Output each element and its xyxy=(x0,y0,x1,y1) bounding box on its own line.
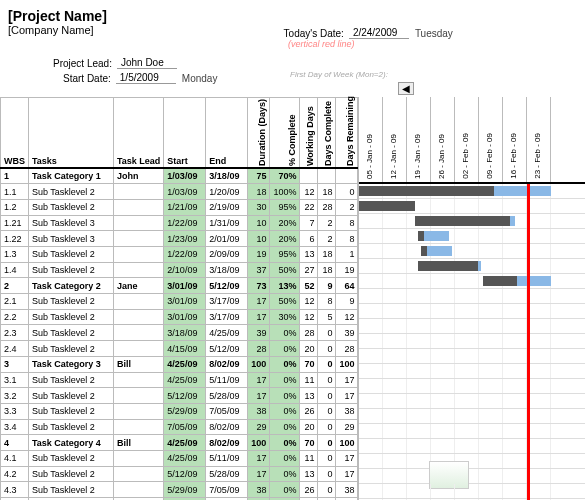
table-row[interactable]: 4.3Sub Tasklevel 25/29/097/05/09380%2603… xyxy=(1,482,358,498)
gantt-row xyxy=(359,319,585,334)
gantt-bar-complete xyxy=(415,216,510,226)
gantt-row xyxy=(359,424,585,439)
table-row[interactable]: 2.2Sub Tasklevel 23/01/093/17/091730%125… xyxy=(1,309,358,325)
table-row[interactable]: 3.3Sub Tasklevel 25/29/097/05/09380%2603… xyxy=(1,403,358,419)
header-row: WBS Tasks Task Lead Start End Duration (… xyxy=(1,98,358,168)
table-row[interactable]: 4.2Sub Tasklevel 25/12/095/28/09170%1301… xyxy=(1,466,358,482)
gantt-row xyxy=(359,454,585,469)
table-row[interactable]: 2.1Sub Tasklevel 23/01/093/17/091750%128… xyxy=(1,294,358,310)
gantt-row xyxy=(359,379,585,394)
table-row[interactable]: 1.1Sub Tasklevel 21/03/091/20/0918100%12… xyxy=(1,184,358,200)
col-wd: Working Days xyxy=(300,98,318,168)
col-pct: % Complete xyxy=(270,98,300,168)
gantt-row xyxy=(359,469,585,484)
task-table: WBS Tasks Task Lead Start End Duration (… xyxy=(0,97,358,500)
company-name: [Company Name] xyxy=(8,24,94,39)
gantt-row xyxy=(359,229,585,244)
gantt-row xyxy=(359,484,585,499)
col-tasks: Tasks xyxy=(29,98,114,168)
today-label: Today's Date: xyxy=(284,28,344,39)
gantt-date-header: 05 - Jan - 09 xyxy=(359,97,383,182)
gantt-bar-complete xyxy=(418,231,424,241)
gantt-row xyxy=(359,334,585,349)
first-day-note: First Day of Week (Mon=2): xyxy=(290,70,388,79)
gantt-date-header: 12 - Jan - 09 xyxy=(383,97,407,182)
gantt-header: 05 - Jan - 0912 - Jan - 0919 - Jan - 092… xyxy=(359,97,585,184)
col-dr: Days Remaining xyxy=(336,98,358,168)
table-row[interactable]: 2.4Sub Tasklevel 24/15/095/12/09280%2002… xyxy=(1,341,358,357)
gantt-date-header: 02 - Feb - 09 xyxy=(455,97,479,182)
gantt-row xyxy=(359,439,585,454)
col-start: Start xyxy=(164,98,206,168)
redline-note: (vertical red line) xyxy=(288,39,577,49)
table-area: WBS Tasks Task Lead Start End Duration (… xyxy=(0,97,585,500)
table-row[interactable]: 1Task Category 1John1/03/093/18/097570% xyxy=(1,168,358,184)
table-row[interactable]: 4.1Sub Tasklevel 24/25/095/11/09170%1101… xyxy=(1,450,358,466)
gantt-date-header: 26 - Jan - 09 xyxy=(431,97,455,182)
project-title: [Project Name] xyxy=(8,8,577,24)
table-row[interactable]: 2.3Sub Tasklevel 23/18/094/25/09390%2803… xyxy=(1,325,358,341)
gantt-row xyxy=(359,214,585,229)
gantt-date-header: 16 - Feb - 09 xyxy=(503,97,527,182)
gantt-bar-complete xyxy=(359,186,494,196)
gantt-rows xyxy=(359,184,585,500)
table-row[interactable]: 1.22Sub Tasklevel 31/23/092/01/091020%62… xyxy=(1,231,358,247)
today-day: Tuesday xyxy=(415,28,453,39)
table-row[interactable]: 3.2Sub Tasklevel 25/12/095/28/09170%1301… xyxy=(1,388,358,404)
gantt-row xyxy=(359,304,585,319)
gantt-bar-complete xyxy=(418,261,478,271)
gantt-row xyxy=(359,289,585,304)
lead-value[interactable]: John Doe xyxy=(117,57,177,69)
table-row[interactable]: 3.1Sub Tasklevel 24/25/095/11/09170%1101… xyxy=(1,372,358,388)
left-arrow-icon[interactable]: ◀ xyxy=(398,82,414,95)
col-wbs: WBS xyxy=(1,98,29,168)
table-row[interactable]: 4Task Category 4Bill4/25/098/02/091000%7… xyxy=(1,435,358,451)
gantt-date-header: 09 - Feb - 09 xyxy=(479,97,503,182)
table-row[interactable]: 2Task Category 2Jane3/01/095/12/097313%5… xyxy=(1,278,358,294)
table-row[interactable]: 3.4Sub Tasklevel 27/05/098/02/09290%2002… xyxy=(1,419,358,435)
startdate-value[interactable]: 1/5/2009 xyxy=(116,72,176,84)
gantt-date-header: 23 - Feb - 09 xyxy=(527,97,551,182)
gantt-bar-complete xyxy=(421,246,427,256)
gantt-row xyxy=(359,184,585,199)
table-row[interactable]: 1.4Sub Tasklevel 22/10/093/18/093750%271… xyxy=(1,262,358,278)
today-value[interactable]: 2/24/2009 xyxy=(349,27,409,39)
gantt-bar-complete xyxy=(483,276,517,286)
gantt-row xyxy=(359,394,585,409)
startdate-label: Start Date: xyxy=(63,73,111,84)
table-row[interactable]: 1.21Sub Tasklevel 31/22/091/31/091020%72… xyxy=(1,215,358,231)
col-duration: Duration (Days) xyxy=(248,98,270,168)
gantt-row xyxy=(359,259,585,274)
gantt-date-header: 19 - Jan - 09 xyxy=(407,97,431,182)
gantt-row xyxy=(359,349,585,364)
gantt-chart: 05 - Jan - 0912 - Jan - 0919 - Jan - 092… xyxy=(358,97,585,500)
col-lead: Task Lead xyxy=(114,98,164,168)
startdate-day: Monday xyxy=(182,73,218,84)
today-line xyxy=(527,184,530,500)
gantt-row xyxy=(359,364,585,379)
gantt-row xyxy=(359,409,585,424)
gantt-row xyxy=(359,274,585,289)
col-end: End xyxy=(206,98,248,168)
table-row[interactable]: 1.3Sub Tasklevel 21/22/092/09/091995%131… xyxy=(1,247,358,263)
gantt-row xyxy=(359,244,585,259)
table-row[interactable]: 1.2Sub Tasklevel 21/21/092/19/093095%222… xyxy=(1,199,358,215)
table-row[interactable]: 3Task Category 3Bill4/25/098/02/091000%7… xyxy=(1,356,358,372)
lead-label: Project Lead: xyxy=(53,58,112,69)
gantt-row xyxy=(359,199,585,214)
col-dc: Days Complete xyxy=(318,98,336,168)
gantt-bar-complete xyxy=(359,201,415,211)
